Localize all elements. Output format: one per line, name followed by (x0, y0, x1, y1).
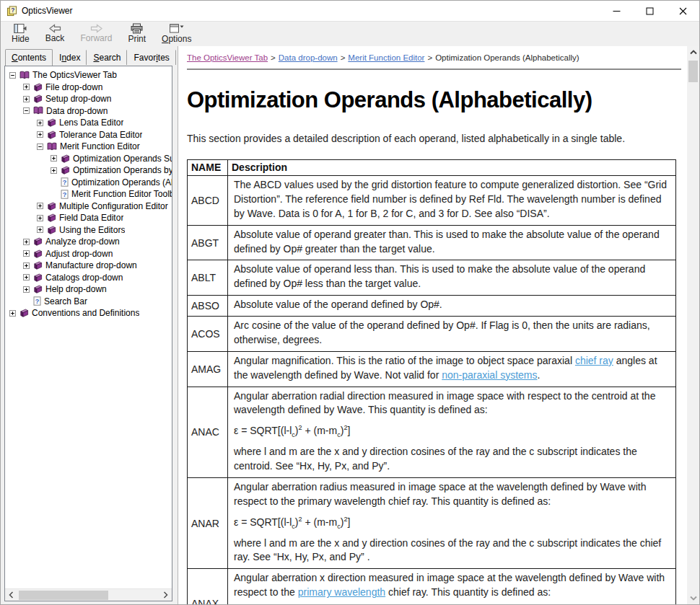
operands-table-body: ABCDThe ABCD values used by the grid dis… (188, 176, 676, 605)
tree-item-label: Adjust drop-down (45, 249, 113, 259)
closed-book-icon (47, 118, 56, 127)
tab-favorites[interactable]: Favorites (127, 50, 175, 65)
printer-icon (130, 23, 144, 34)
operand-description: The ABCD values used by the grid distort… (228, 176, 676, 226)
toolbar-button-label: Back (45, 33, 65, 43)
toolbar-button-print[interactable]: Print (120, 22, 154, 46)
description-paragraph: where l and m are the x and y direction … (234, 536, 670, 565)
tree-item[interactable]: Merit Function Editor (5, 141, 172, 153)
tree-item[interactable]: Using the Editors (5, 224, 172, 237)
doc-link[interactable]: non-paraxial systems (442, 369, 537, 381)
content-vscroll-thumb[interactable] (688, 61, 698, 82)
expander-minus-icon[interactable] (37, 143, 43, 150)
expander-plus-icon[interactable] (37, 203, 43, 209)
tree-item[interactable]: Catalogs drop-down (5, 272, 172, 284)
expander-plus-icon[interactable] (23, 250, 30, 257)
expander-plus-icon[interactable] (23, 274, 30, 281)
tree-item-label: Lens Data Editor (59, 118, 123, 128)
toolbar-button-label: Print (128, 34, 146, 44)
expander-plus-icon[interactable] (23, 286, 30, 293)
minimize-button[interactable] (600, 1, 633, 21)
scroll-up-arrow-icon[interactable] (687, 46, 699, 58)
nav-tabs: ContentsIndexSearchFavorites (4, 46, 172, 66)
maximize-button[interactable] (633, 1, 666, 21)
scroll-left-arrow-icon[interactable] (5, 589, 17, 601)
expander-plus-icon[interactable] (23, 239, 30, 245)
tree-horizontal-scrollbar[interactable] (5, 588, 172, 601)
breadcrumb-current: Optimization Operands (Alphabetically) (435, 53, 579, 62)
expander-plus-icon[interactable] (51, 155, 57, 162)
expander-minus-icon[interactable] (23, 107, 30, 114)
table-row: ABLTAbsolute value of operand less than.… (188, 260, 676, 296)
tree-item[interactable]: Field Data Editor (5, 212, 172, 224)
operand-name: ABSO (188, 296, 228, 317)
description-paragraph: Angular aberration radial direction meas… (234, 389, 670, 418)
expander-plus-icon[interactable] (9, 310, 16, 317)
tree-item[interactable]: Data drop-down (5, 105, 172, 118)
table-row: ABSOAbsolute value of the operand define… (188, 296, 676, 317)
expander-plus-icon[interactable] (37, 120, 43, 126)
tree-item[interactable]: Optimization Operands by (5, 164, 172, 177)
arrow-right-icon (89, 24, 103, 33)
expander-plus-icon[interactable] (37, 215, 43, 221)
tree-item[interactable]: Setup drop-down (5, 93, 172, 105)
breadcrumb-link[interactable]: Data drop-down (279, 53, 338, 62)
minimize-icon (613, 7, 621, 15)
tree-item[interactable]: Tolerance Data Editor (5, 129, 172, 141)
content-vertical-scrollbar[interactable] (687, 46, 699, 604)
tree-item[interactable]: ?Merit Function Editor Toolb (5, 188, 172, 200)
description-paragraph: Absolute value of operand greater than. … (234, 228, 670, 257)
description-paragraph: The ABCD values used by the grid distort… (234, 178, 670, 221)
expander-plus-icon[interactable] (37, 131, 43, 138)
tree-item[interactable]: ?Search Bar (5, 296, 172, 308)
description-paragraph: Arc cosine of the value of the operand d… (234, 319, 670, 348)
help-book-icon: ? (6, 6, 17, 17)
tree-item-label: Merit Function Editor Toolb (71, 189, 172, 199)
operand-name: ANAC (188, 387, 228, 477)
close-button[interactable] (666, 1, 699, 21)
tree-item[interactable]: Adjust drop-down (5, 248, 172, 260)
tree-item[interactable]: Conventions and Definitions (5, 307, 172, 319)
expander-minus-icon[interactable] (9, 72, 16, 79)
expander-plus-icon[interactable] (23, 262, 30, 269)
breadcrumb-link[interactable]: The OpticsViewer Tab (187, 53, 268, 62)
expander-plus-icon[interactable] (37, 226, 43, 233)
expander-plus-icon[interactable] (51, 167, 57, 174)
expander-plus-icon[interactable] (23, 84, 30, 90)
tree-item-label: Using the Editors (59, 225, 125, 235)
tree-item[interactable]: Optimization Operands Su (5, 153, 172, 165)
toolbar-button-options[interactable]: Options (154, 22, 199, 46)
operand-description: Angular aberration x direction measured … (228, 569, 676, 604)
tree-item-label: Search Bar (44, 296, 87, 306)
tree-item[interactable]: Lens Data Editor (5, 117, 172, 129)
tree-item[interactable]: Help drop-down (5, 283, 172, 296)
tree-item[interactable]: Manufacture drop-down (5, 260, 172, 272)
closed-book-icon (47, 131, 56, 139)
tab-contents[interactable]: Contents (5, 49, 53, 66)
tree-item[interactable]: File drop-down (5, 81, 172, 94)
tab-search[interactable]: Search (87, 50, 127, 65)
tree-item[interactable]: Analyze drop-down (5, 236, 172, 248)
tree-item-label: Analyze drop-down (45, 237, 120, 247)
help-page-icon: ? (61, 177, 69, 187)
expander-plus-icon[interactable] (23, 96, 30, 102)
closed-book-icon (19, 309, 29, 317)
scroll-down-arrow-icon[interactable] (687, 592, 699, 604)
scroll-right-arrow-icon[interactable] (159, 589, 172, 601)
closed-book-icon (33, 273, 43, 282)
breadcrumb-link[interactable]: Merit Function Editor (348, 53, 424, 62)
doc-link[interactable]: primary wavelength (298, 586, 385, 598)
toolbar-button-hide[interactable]: Hide (4, 22, 38, 46)
topic-pane: The OpticsViewer Tab>Data drop-down>Meri… (178, 46, 699, 604)
operand-name: ABCD (188, 176, 228, 226)
tree-item[interactable]: The OpticsViewer Tab (5, 69, 172, 81)
tree-hscroll-thumb[interactable] (19, 591, 108, 600)
tab-index[interactable]: Index (53, 50, 87, 65)
toolbar-button-forward[interactable]: Forward (72, 22, 120, 46)
description-paragraph: where l and m are the x and y direction … (234, 445, 670, 474)
tree-item[interactable]: ?Optimization Operands (Al (5, 177, 172, 189)
tree-hscroll-track[interactable] (17, 589, 159, 601)
doc-link[interactable]: chief ray (575, 355, 613, 366)
toolbar-button-back[interactable]: Back (38, 22, 73, 46)
tree-item[interactable]: Multiple Configuration Editor (5, 200, 172, 213)
